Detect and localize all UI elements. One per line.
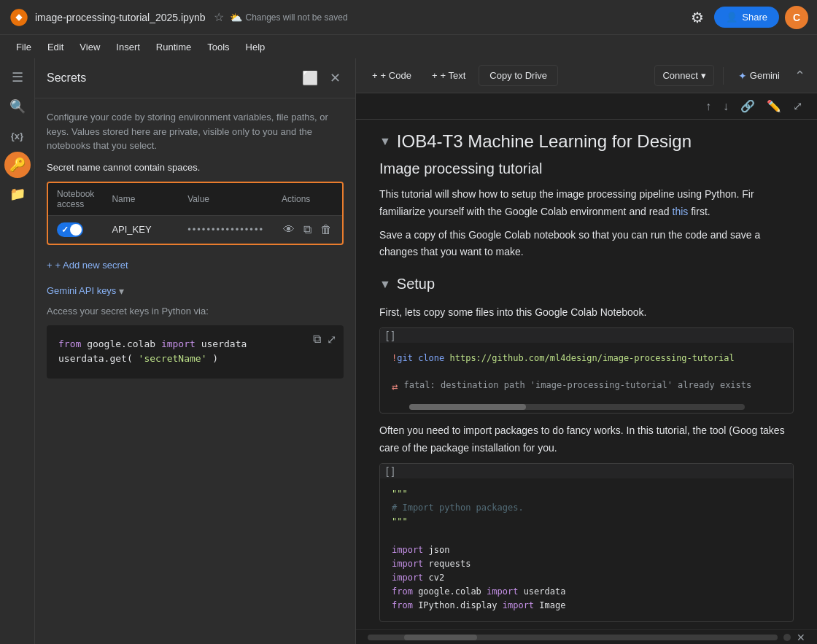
code-cell-2: [ ] """ # Import python packages. """ im… (379, 463, 794, 623)
secrets-table: Notebookaccess Name Value Actions ✓ (48, 183, 342, 244)
code-line-1: from google.colab import userdata (58, 337, 332, 352)
col-notebook-access: Notebookaccess (48, 183, 103, 216)
copy-to-drive-button[interactable]: Copy to Drive (479, 65, 558, 86)
gemini-star-icon: ✦ (738, 70, 747, 82)
run-cell-1-button[interactable]: [ ] (386, 330, 395, 341)
add-text-button[interactable]: + + Text (425, 66, 473, 85)
main-title: IOB4-T3 Machine Learning for Design (397, 131, 692, 152)
chevron-down-icon[interactable]: ▾ (119, 285, 124, 297)
sidebar-code-button[interactable]: {x} (4, 123, 31, 149)
menu-tools[interactable]: Tools (200, 39, 236, 55)
collapse-panel-button[interactable]: ⌃ (791, 65, 808, 87)
secret-value-dots: •••••••••••••••• (187, 224, 264, 235)
code-label: + Code (381, 70, 411, 81)
intro-paragraph: This tutorial will show how to setup the… (379, 186, 794, 221)
copy-code-button[interactable]: ⧉ (311, 331, 322, 348)
connect-button[interactable]: Connect ▾ (654, 65, 713, 86)
notebook-access-toggle[interactable]: ✓ (57, 222, 83, 237)
edit-cell-button[interactable]: ✏️ (764, 96, 784, 116)
name-cell (103, 215, 179, 244)
icon-sidebar: ☰ 🔍 {x} 🔑 📁 (0, 58, 35, 644)
code-2-line-blank (392, 529, 781, 543)
secrets-header: Secrets ⬜ ✕ (35, 58, 355, 98)
menu-insert[interactable]: Insert (109, 39, 147, 55)
code-cell-1: [ ] !git clone https://github.com/ml4des… (379, 327, 794, 414)
open-code-button[interactable]: ⤢ (325, 331, 338, 348)
horizontal-scrollbar[interactable] (368, 635, 778, 640)
collapse-setup-icon[interactable]: ▼ (379, 278, 391, 291)
horizontal-scrollbar-thumb (404, 635, 477, 640)
code-keyword-import: import (161, 338, 195, 349)
setup-title: Setup (397, 276, 435, 292)
star-icon[interactable]: ☆ (214, 10, 224, 24)
close-bottom-button[interactable]: ✕ (797, 632, 805, 643)
maximize-panel-button[interactable]: ⬜ (299, 67, 321, 89)
close-panel-button[interactable]: ✕ (327, 67, 344, 89)
code-keyword-from: from (58, 338, 81, 349)
setup-section-header: ▼ Setup (379, 267, 794, 298)
git-url: https://github.com/ml4design/image-proce… (449, 353, 734, 363)
delete-secret-button[interactable]: 🗑 (319, 222, 333, 238)
menu-view[interactable]: View (72, 39, 107, 55)
text-label: + Text (440, 70, 465, 81)
menu-edit[interactable]: Edit (40, 39, 71, 55)
toolbar-divider (723, 67, 724, 85)
action-icons: 👁 ⧉ 🗑 (282, 222, 333, 238)
secret-name-input[interactable] (112, 224, 170, 235)
fullscreen-button[interactable]: ⤢ (790, 96, 805, 116)
plus-icon: + (47, 260, 53, 271)
notebook-content: ▼ IOB4-T3 Machine Learning for Design Im… (356, 120, 817, 629)
this-link[interactable]: this (673, 206, 689, 217)
cell-2-code: """ # Import python packages. """ import… (380, 478, 793, 622)
sidebar-files-button[interactable]: 📁 (4, 181, 31, 207)
code-block: ⧉ ⤢ from google.colab import userdata us… (47, 325, 344, 379)
share-icon: 👤 (726, 12, 737, 23)
show-value-button[interactable]: 👁 (282, 222, 296, 238)
sidebar-menu-button[interactable]: ☰ (4, 64, 31, 90)
add-new-secret-button[interactable]: + + Add new secret (47, 257, 128, 273)
plus-code-icon: + (372, 70, 378, 81)
code-line-2: userdata.get( 'secretName' ) (58, 352, 332, 367)
connect-label: Connect (662, 70, 697, 81)
settings-button[interactable]: ⚙ (686, 4, 708, 31)
topbar: image-processing-tutorial_2025.ipynb ☆ ⛅… (0, 0, 817, 35)
secrets-header-icons: ⬜ ✕ (299, 67, 344, 89)
cell-2-header: [ ] (380, 464, 793, 478)
setup-text: First, lets copy some files into this Go… (379, 304, 794, 322)
copy-value-button[interactable]: ⧉ (302, 222, 313, 238)
secrets-table-container: Notebookaccess Name Value Actions ✓ (47, 182, 344, 245)
cell-1-output: ⇄ fatal: destination path 'image-process… (380, 374, 793, 401)
link-cell-button[interactable]: 🔗 (737, 96, 758, 116)
code-2-line-3: """ (392, 515, 781, 529)
cell-1-scrollbar[interactable] (409, 404, 745, 410)
actions-cell: 👁 ⧉ 🗑 (273, 215, 342, 244)
code-2-line-4: import json (392, 543, 781, 557)
move-up-button[interactable]: ↑ (702, 97, 714, 116)
secrets-title: Secrets (47, 71, 299, 85)
cell-1-scrollbar-thumb (409, 404, 526, 410)
add-code-button[interactable]: + + Code (365, 66, 419, 85)
share-label: Share (742, 12, 767, 23)
cloud-slash-icon: ⛅ (230, 12, 242, 23)
collapse-main-icon[interactable]: ▼ (379, 135, 391, 148)
code-block-icons: ⧉ ⤢ (311, 331, 338, 348)
sidebar-search-button[interactable]: 🔍 (4, 93, 31, 120)
gemini-keys-row: Gemini API keys ▾ (47, 285, 344, 297)
import-paragraph: Often you need to import packages to do … (379, 422, 794, 457)
subtitle-section: Image processing tutorial (379, 158, 794, 180)
access-text: Access your secret keys in Python via: (47, 306, 344, 317)
gemini-keys-label[interactable]: Gemini API keys (47, 285, 116, 296)
menu-file[interactable]: File (9, 39, 39, 55)
share-button[interactable]: 👤 Share (714, 7, 779, 28)
gemini-label: Gemini (750, 70, 780, 81)
menu-help[interactable]: Help (239, 39, 273, 55)
notebook-name[interactable]: image-processing-tutorial_2025.ipynb (35, 12, 205, 23)
user-avatar[interactable]: C (785, 6, 808, 29)
unsaved-text: Changes will not be saved (245, 12, 347, 23)
run-cell-2-button[interactable]: [ ] (386, 465, 395, 477)
menu-runtime[interactable]: Runtime (149, 39, 198, 55)
gemini-button[interactable]: ✦ Gemini (732, 67, 786, 85)
sidebar-secrets-button[interactable]: 🔑 (4, 152, 31, 178)
move-down-button[interactable]: ↓ (720, 97, 732, 116)
col-name: Name (103, 183, 179, 216)
